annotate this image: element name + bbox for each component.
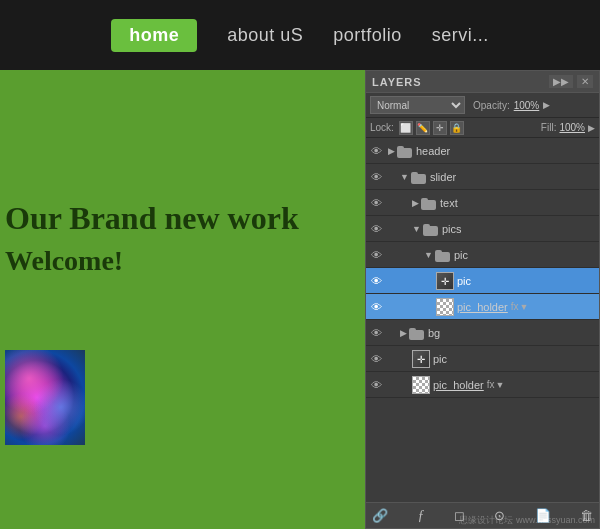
expand-pics[interactable]: ▼ xyxy=(412,224,421,234)
layer-pic-2[interactable]: 👁 ✛ pic xyxy=(366,346,599,372)
visibility-pic-2[interactable]: 👁 xyxy=(366,346,386,372)
visibility-text[interactable]: 👁 xyxy=(366,190,386,216)
folder-icon-pics xyxy=(423,222,439,236)
fill-label: Fill: xyxy=(541,122,557,133)
visibility-pic-layer[interactable]: 👁 xyxy=(366,268,386,294)
expand-pic-group[interactable]: ▼ xyxy=(424,250,433,260)
folder-icon-bg xyxy=(409,326,425,340)
layer-thumb-pic-2: ✛ xyxy=(412,350,430,368)
lock-row: Lock: ⬜ ✏️ ✛ 🔒 Fill: 100% ▶ xyxy=(366,118,599,138)
layer-name-header: header xyxy=(416,145,450,157)
layer-slider[interactable]: 👁 ▼ slider xyxy=(366,164,599,190)
layer-pic-group[interactable]: 👁 ▼ pic xyxy=(366,242,599,268)
layer-pic-holder-2[interactable]: 👁 pic_holder fx ▼ xyxy=(366,372,599,398)
layer-name-pics: pics xyxy=(442,223,462,235)
layer-pic-holder[interactable]: 👁 pic_holder fx ▼ xyxy=(366,294,599,320)
layers-close-btn[interactable]: ✕ xyxy=(577,75,593,88)
layer-text[interactable]: 👁 ▶ text xyxy=(366,190,599,216)
opacity-label: Opacity: xyxy=(473,100,510,111)
headline: Our Brand new work xyxy=(5,200,370,237)
welcome: Welcome! xyxy=(5,245,123,277)
layers-title: LAYERS xyxy=(372,76,422,88)
move-icon-2: ✛ xyxy=(417,353,425,364)
folder-icon-text xyxy=(421,196,437,210)
layer-name-pic-holder-2: pic_holder xyxy=(433,379,484,391)
layers-header: LAYERS ▶▶ ✕ xyxy=(366,71,599,93)
layer-name-pic-holder: pic_holder xyxy=(457,301,508,313)
layer-thumb-pic-holder-2 xyxy=(412,376,430,394)
thumbnail-image xyxy=(5,350,85,445)
watermark: 思缘设计论坛 www.missyuan.com xyxy=(459,514,595,527)
fill-value[interactable]: 100% xyxy=(559,122,585,133)
nav-about[interactable]: about uS xyxy=(227,25,303,46)
visibility-pic-group[interactable]: 👁 xyxy=(366,242,386,268)
layer-header[interactable]: 👁 ▶ header xyxy=(366,138,599,164)
fx-arrow-holder-2: ▼ xyxy=(496,380,505,390)
layer-pic-selected[interactable]: 👁 ✛ pic xyxy=(366,268,599,294)
visibility-bg[interactable]: 👁 xyxy=(366,320,386,346)
layer-thumb-pic: ✛ xyxy=(436,272,454,290)
fx-badge-holder: fx xyxy=(511,301,519,312)
layer-name-text: text xyxy=(440,197,458,209)
visibility-header[interactable]: 👁 xyxy=(366,138,386,164)
expand-bg[interactable]: ▶ xyxy=(400,328,407,338)
layers-panel: LAYERS ▶▶ ✕ Normal Opacity: 100% ▶ Lock:… xyxy=(365,70,600,529)
folder-icon-pic xyxy=(435,248,451,262)
content-area: Our Brand new work Welcome! xyxy=(0,70,370,529)
nav-portfolio[interactable]: portfolio xyxy=(333,25,402,46)
fill-arrow: ▶ xyxy=(588,123,595,133)
folder-icon-slider xyxy=(411,170,427,184)
layer-name-pic-2: pic xyxy=(433,353,447,365)
nav-bar: home about uS portfolio servi... xyxy=(0,0,600,70)
visibility-slider[interactable]: 👁 xyxy=(366,164,386,190)
layer-pics[interactable]: 👁 ▼ pics xyxy=(366,216,599,242)
layer-name-pic-group: pic xyxy=(454,249,468,261)
layer-name-slider: slider xyxy=(430,171,456,183)
lock-transparent-btn[interactable]: ⬜ xyxy=(399,121,413,135)
nav-services[interactable]: servi... xyxy=(432,25,489,46)
expand-text[interactable]: ▶ xyxy=(412,198,419,208)
visibility-pic-holder[interactable]: 👁 xyxy=(366,294,386,320)
visibility-pic-holder-2[interactable]: 👁 xyxy=(366,372,386,398)
layer-bg[interactable]: 👁 ▶ bg xyxy=(366,320,599,346)
layer-thumb-pic-holder xyxy=(436,298,454,316)
opacity-arrow: ▶ xyxy=(543,100,550,110)
thumbnail-overlay xyxy=(5,350,85,445)
layers-controls: ▶▶ ✕ xyxy=(549,75,593,88)
visibility-pics[interactable]: 👁 xyxy=(366,216,386,242)
lock-position-btn[interactable]: ✛ xyxy=(433,121,447,135)
layer-name-pic: pic xyxy=(457,275,471,287)
layer-name-bg: bg xyxy=(428,327,440,339)
expand-slider[interactable]: ▼ xyxy=(400,172,409,182)
move-icon: ✛ xyxy=(441,275,449,286)
fx-badge-holder-2: fx xyxy=(487,379,495,390)
folder-icon-header xyxy=(397,144,413,158)
lock-pixels-btn[interactable]: ✏️ xyxy=(416,121,430,135)
layers-expand-btn[interactable]: ▶▶ xyxy=(549,75,573,88)
link-layers-btn[interactable]: 🔗 xyxy=(372,508,388,523)
blend-mode-select[interactable]: Normal xyxy=(370,96,465,114)
opacity-value[interactable]: 100% xyxy=(514,100,540,111)
layers-list: 👁 ▶ header 👁 ▼ slider 👁 ▶ text xyxy=(366,138,599,502)
fx-btn[interactable]: ƒ xyxy=(417,508,424,524)
lock-all-btn[interactable]: 🔒 xyxy=(450,121,464,135)
mode-row: Normal Opacity: 100% ▶ xyxy=(366,93,599,118)
nav-home[interactable]: home xyxy=(111,19,197,52)
lock-label: Lock: xyxy=(370,122,394,133)
expand-header[interactable]: ▶ xyxy=(388,146,395,156)
fx-arrow-holder: ▼ xyxy=(520,302,529,312)
